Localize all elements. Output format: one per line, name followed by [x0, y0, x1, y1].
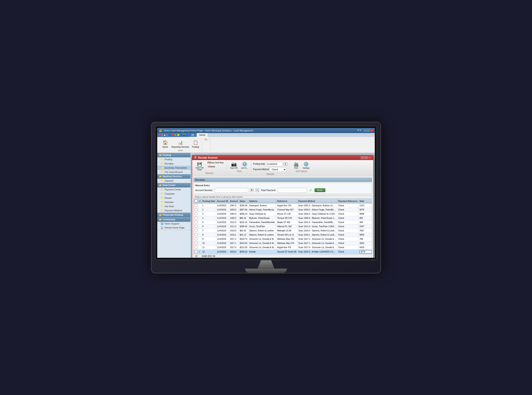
- row-checkbox[interactable]: [195, 242, 197, 244]
- table-row[interactable]: 9 11/4/2015 1917.2 $193.74 Schooner Llc,…: [194, 237, 372, 241]
- sidebar-item-operator[interactable]: 📁 Operator: [157, 200, 190, 204]
- sidebar-item-hot-keys[interactable]: 📁 Hot Keys: [157, 204, 190, 208]
- col-reference[interactable]: Reference: [276, 199, 297, 203]
- select-all-checkbox[interactable]: [195, 200, 197, 202]
- row-checkbox[interactable]: [195, 225, 197, 228]
- modal-maximize-btn[interactable]: □: [364, 156, 368, 159]
- row-checkbox[interactable]: [195, 212, 197, 215]
- row-checkbox[interactable]: [195, 221, 197, 223]
- cell-pay-ref[interactable]: 7667: [359, 229, 372, 233]
- table-row[interactable]: 2 11/4/2015 1003.0 $387.66 Arlene Forgie…: [194, 208, 372, 212]
- sidebar-item-summary-transaction[interactable]: 📁 Summary Transaction: [157, 166, 190, 170]
- table-row[interactable]: 5 11/4/2015 1912.0 $226.15 Fairweather, …: [194, 220, 372, 224]
- table-row[interactable]: 6 11/4/2015 1911.0 $399.42 Grone, Tom/Pa…: [194, 224, 372, 229]
- row-checkbox[interactable]: [195, 204, 197, 207]
- sidebar-header-posting[interactable]: 📂 Posting: [157, 153, 190, 157]
- account-lookup-btn[interactable]: ▼: [250, 188, 254, 192]
- modal-close-btn[interactable]: ✕: [368, 156, 372, 159]
- row-checkbox-cell[interactable]: [194, 241, 198, 245]
- posting-button[interactable]: 📋 Posting: [191, 138, 200, 149]
- sidebar-item-receipts[interactable]: 📁 Receipts: [157, 162, 190, 166]
- table-row[interactable]: 4 11/4/2015 1005.0 $90.16 Blyleven, Pete…: [194, 216, 372, 220]
- cell-pay-ref[interactable]: 768: [359, 237, 372, 241]
- table-row[interactable]: 3 11/4/2015 1004.0 $996.33 Soup Childcar…: [194, 212, 372, 216]
- payment-method-select[interactable]: Check Cash Credit Card: [270, 167, 287, 172]
- table-row[interactable]: 10 11/4/2015 1917.1 $163.56 Schooner Llc…: [194, 241, 372, 245]
- home-button[interactable]: 🏠 Home: [161, 138, 170, 149]
- save-and-close-button[interactable]: 💾 ✕ Save And Close: [194, 161, 205, 172]
- row-checkbox-cell[interactable]: [194, 249, 198, 254]
- row-checkbox[interactable]: [195, 217, 197, 219]
- row-checkbox-cell[interactable]: [194, 212, 198, 216]
- col-posting-date[interactable]: Posting Date: [201, 199, 216, 203]
- reporting-services-button[interactable]: 📊 Reporting Services: [170, 138, 190, 149]
- col-payment-reference[interactable]: Payment Reference: [337, 199, 359, 203]
- close-btn[interactable]: ✕: [370, 129, 373, 132]
- row-checkbox-cell[interactable]: [194, 233, 198, 237]
- sidebar-item-drawer[interactable]: 📁 Drawer: [157, 196, 190, 200]
- sidebar-item-payment-center[interactable]: 📁 Payment Center: [157, 187, 190, 192]
- maximize-btn[interactable]: □: [367, 129, 370, 132]
- row-checkbox-cell[interactable]: [194, 245, 198, 249]
- row-checkbox[interactable]: [195, 237, 197, 240]
- account-number-input[interactable]: [215, 188, 248, 192]
- row-checkbox-cell[interactable]: [194, 208, 198, 212]
- delete-button[interactable]: ✕ Delete: [206, 165, 225, 168]
- save-and-new-button[interactable]: 💾 Save And New: [206, 161, 225, 165]
- row-checkbox-cell[interactable]: [194, 237, 198, 241]
- sidebar-item-deposits[interactable]: 📁 Deposits: [157, 179, 190, 183]
- cell-pay-ref[interactable]: 5678: [359, 208, 372, 212]
- col-name[interactable]: Name: [239, 199, 248, 203]
- col-note[interactable]: Note: [359, 199, 372, 203]
- cell-pay-ref[interactable]: 865: [359, 216, 372, 220]
- cell-pay-ref[interactable]: 2347: [359, 224, 372, 229]
- settings-button[interactable]: ⚙️ Settings: [301, 161, 311, 170]
- total-payment-check-btn[interactable]: ✓: [309, 188, 313, 192]
- scan-off-button[interactable]: 📷 Scan Off: [229, 161, 239, 170]
- account-search-btn[interactable]: 🔍: [255, 188, 259, 192]
- row-checkbox-cell[interactable]: [194, 203, 198, 208]
- sidebar-item-payment-method[interactable]: 📁 Payment Method: [157, 208, 190, 213]
- sidebar-header-data[interactable]: 📂 Data Center: [157, 183, 190, 187]
- sidebar-header-community[interactable]: 📂 Community: [157, 217, 190, 222]
- cell-pay-ref[interactable]: [359, 249, 372, 254]
- sidebar-item-vishub[interactable]: 🏠 VisHub Home Page: [157, 226, 190, 230]
- minimize-btn[interactable]: ─: [364, 129, 366, 132]
- table-row[interactable]: I 12 11/4/2015 1915.0 $299.23 Kreider Se…: [194, 249, 372, 254]
- row-checkbox[interactable]: [195, 233, 197, 236]
- row-checkbox[interactable]: [195, 250, 197, 253]
- row-checkbox[interactable]: [195, 229, 197, 232]
- row-checkbox-cell[interactable]: [194, 220, 198, 224]
- posting-date-dropdown-btn[interactable]: ▼: [283, 162, 288, 166]
- table-row[interactable]: 7 11/4/2015 1910.0 $63.42 Slavens, Rober…: [194, 229, 372, 233]
- modal-minimize-btn[interactable]: ─: [361, 156, 364, 159]
- table-row[interactable]: 8 11/4/2015 1910.1 $91.13 Slavens, Rober…: [194, 233, 372, 237]
- table-row[interactable]: 11 11/4/2015 1917.0 $210.26 Schooner Llc…: [194, 245, 372, 249]
- tab-home[interactable]: Home: [197, 133, 208, 137]
- row-checkbox-cell[interactable]: [194, 216, 198, 220]
- cell-pay-ref[interactable]: 9098: [359, 212, 372, 216]
- tab-io[interactable]: IO: [189, 133, 197, 137]
- grid-scroll-area[interactable]: # Posting Date Account ID Amount Name Ad…: [194, 199, 372, 254]
- col-address[interactable]: Address: [248, 199, 276, 203]
- cell-pay-ref[interactable]: 9009: [359, 233, 372, 237]
- col-num[interactable]: #: [198, 199, 202, 203]
- cell-pay-ref[interactable]: 1223: [359, 203, 372, 208]
- cell-pay-ref[interactable]: 5439: [359, 245, 372, 249]
- sidebar-header-financials[interactable]: 📂 Financials Hookup: [157, 213, 190, 217]
- cell-pay-ref[interactable]: 456: [359, 220, 372, 224]
- row-checkbox[interactable]: [195, 246, 197, 249]
- sidebar-item-posting[interactable]: 📁 Posting: [157, 157, 190, 162]
- row-checkbox-cell[interactable]: [194, 229, 198, 233]
- set-to-button[interactable]: ⚙️ Set To...: [240, 161, 250, 170]
- posting-date-input[interactable]: [266, 162, 283, 166]
- table-row[interactable]: 1 11/4/2015 1001.0 $196.38 Davenport, An…: [194, 203, 372, 208]
- sidebar-item-computer[interactable]: 📁 Computer: [157, 192, 190, 196]
- enter-button[interactable]: Enter: [315, 188, 326, 192]
- row-checkbox[interactable]: [195, 208, 197, 211]
- sidebar-item-file-import[interactable]: 📁 File Import/Export: [157, 170, 190, 174]
- col-amount[interactable]: Amount: [229, 199, 239, 203]
- total-payment-input[interactable]: [278, 188, 307, 192]
- col-payment-method[interactable]: Payment Method: [297, 199, 337, 203]
- sidebar-header-banking[interactable]: 📂 Banking Services: [157, 174, 190, 179]
